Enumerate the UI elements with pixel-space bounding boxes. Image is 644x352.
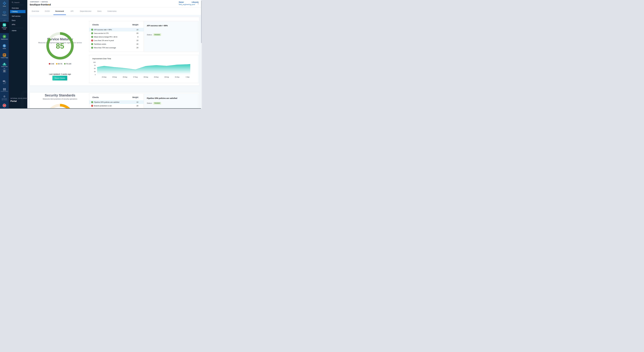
sidebar-divider (12, 28, 23, 28)
tab-overview[interactable]: Overview (32, 7, 39, 15)
weight-column-header: Weight (89, 96, 138, 98)
y-axis-tick: 25 (94, 71, 96, 72)
check-detail-panel: Pipeline OPA policies are satisfied Stat… (144, 94, 198, 109)
scrollbar-track (201, 0, 202, 109)
check-row[interactable]: ✓TechDocs exists30 (89, 42, 144, 46)
tab-api[interactable]: API (70, 7, 74, 15)
rail-item-developer-portal[interactable]: Developer Portal (0, 23, 9, 30)
check-row[interactable]: ✓API success rate > 99%10 (89, 28, 144, 31)
scrollbar-thumb[interactable] (201, 0, 202, 43)
check-detail-title: API success rate > 99% (147, 24, 168, 27)
check-row[interactable]: ✕Less than 1% error in prod15 (89, 39, 144, 42)
x-axis-tick: 30 Aug (164, 76, 169, 78)
sidebar-search[interactable]: Search (9, 1, 27, 4)
developer-portal-icon (3, 23, 6, 27)
owner-label: Owner (179, 1, 184, 3)
check-row[interactable]: ✓More than 70% test coverage20 (89, 46, 144, 49)
rail-item-label: Builds (0, 48, 9, 49)
check-detail-status: Status: PASSED (147, 102, 161, 104)
sidebar-item-admin[interactable]: Admin (9, 29, 27, 32)
grid-icon (3, 70, 6, 72)
sidebar-item-apis[interactable]: APIs (9, 23, 27, 26)
module-rail: Home Projects Developer Portal ∞ Deploym… (0, 0, 9, 109)
check-detail-title: Pipeline OPA policies are satisfied (147, 97, 177, 99)
rail-item-label: ACCOUNT SETTINGS (0, 98, 9, 100)
check-weight: 5 (89, 36, 138, 38)
y-axis-tick: 100 (93, 61, 96, 63)
check-row[interactable]: ✓Mean time to merge PR < 48 hr5 (89, 35, 144, 39)
help-chat-icon: ? (3, 80, 6, 83)
rail-item-home[interactable]: Home (0, 1, 9, 7)
rail-item-dashboards[interactable]: DASHBOARDS (0, 88, 9, 92)
rail-item-projects[interactable]: Projects (0, 11, 9, 16)
check-row[interactable]: ✓Pipeline OPA policies are satisfied10 (89, 100, 144, 104)
check-weight: 30 (89, 105, 138, 107)
check-detail-status: Status: PASSED (147, 33, 161, 36)
lifecycle-value[interactable]: prod (192, 3, 195, 5)
owner-meta: Owner field_engineering (179, 0, 190, 7)
legend-label: 50-74 (58, 63, 62, 65)
check-weight: 10 (89, 29, 138, 31)
check-weight: 30 (89, 43, 138, 45)
security-checks-panel: Checks Weight ✓Pipeline OPA policies are… (89, 94, 198, 109)
maturity-score-value: 85 (46, 32, 74, 59)
rail-item-feature-flags[interactable]: Feature Flags (0, 53, 9, 58)
y-axis-tick: 50 (94, 68, 96, 69)
favorite-star-icon[interactable]: ★ (48, 3, 50, 6)
breadcrumb: COMPONENT — SERVICE (30, 1, 48, 2)
viewport-bottom-edge (9, 108, 202, 109)
tab-scorecard[interactable]: Scorecard (55, 7, 64, 15)
x-axis-tick: 27 Aug (133, 76, 138, 78)
main-area: COMPONENT — SERVICE boutique-frontend ★ … (27, 0, 202, 109)
rail-item-label: DASHBOARDS (0, 91, 9, 92)
check-weight: 20 (89, 32, 138, 34)
security-score-gauge (46, 104, 74, 109)
chevron-down-icon (3, 68, 6, 69)
rail-item-help[interactable]: ? HELP (0, 80, 9, 84)
entity-header: COMPONENT — SERVICE boutique-frontend ★ … (27, 0, 202, 7)
checks-table: ✓API success rate > 99%10✓Java version i… (89, 28, 144, 49)
check-weight: 15 (89, 39, 138, 41)
legend-dot (49, 63, 50, 64)
rail-item-deployments[interactable]: ∞ Deployments (0, 35, 9, 40)
sidebar-item-catalog[interactable]: Catalog (10, 10, 26, 13)
check-row[interactable]: ✕Branch protection is set30 (89, 104, 144, 107)
tab-kubernetes[interactable]: Kubernetes (108, 7, 117, 15)
owner-value[interactable]: field_engineering (179, 3, 191, 5)
rerun-checks-button[interactable]: Rerun Checks (52, 76, 67, 80)
module-picker-button[interactable] (2, 69, 6, 73)
dashboards-icon (3, 88, 6, 90)
sidebar-item-self-service[interactable]: Self service (9, 15, 27, 18)
maturity-checks-panel: Checks Weight ✓API success rate > 99%10✓… (89, 21, 198, 52)
rail-item-cloud-costs[interactable]: $ Cloud Costs (0, 63, 9, 67)
user-avatar[interactable]: HM (3, 104, 6, 107)
rail-item-label: Developer Portal (0, 27, 9, 30)
check-weight: 20 (89, 47, 138, 49)
sidebar-item-docs[interactable]: Docs (9, 19, 27, 22)
check-row[interactable]: ✓Java version is LTS20 (89, 31, 144, 35)
lifecycle-meta: Lifecycle prod (192, 0, 201, 7)
sidebar-footer-title: Portal (10, 100, 16, 102)
rail-more-modules[interactable] (0, 68, 9, 69)
rail-item-account-settings[interactable]: ⚙ ACCOUNT SETTINGS (0, 95, 9, 100)
tab-cicd[interactable]: CI/CD (45, 7, 50, 15)
builds-icon (3, 44, 6, 47)
x-axis-tick: 29 Aug (154, 76, 158, 78)
app-window: Home Projects Developer Portal ∞ Deploym… (0, 0, 202, 109)
rail-collapse-handle[interactable] (3, 20, 6, 20)
tab-docs[interactable]: Docs (97, 7, 101, 15)
rail-item-builds[interactable]: Builds (0, 44, 9, 49)
rail-item-label: HELP (0, 83, 9, 84)
maturity-score-gauge: 85 (46, 32, 74, 59)
rail-item-label: Cloud Costs (0, 66, 9, 67)
kebab-menu-icon[interactable] (197, 2, 199, 5)
rail-item-label: Deployments (0, 38, 9, 40)
sidebar-item-overview[interactable]: Overview (9, 6, 27, 10)
x-axis-tick: 25 Aug (112, 76, 117, 78)
last-updated-text: Last Updated: 2 weeks ago (30, 73, 90, 75)
active-tab-indicator (54, 14, 66, 15)
search-placeholder: Search (14, 1, 20, 3)
tab-dependencies[interactable]: Dependencies (80, 7, 91, 15)
improvement-area-chart: 100755025024 Aug25 Aug26 Aug27 Aug28 Aug… (89, 55, 198, 83)
legend-label: 75-100 (66, 63, 71, 65)
